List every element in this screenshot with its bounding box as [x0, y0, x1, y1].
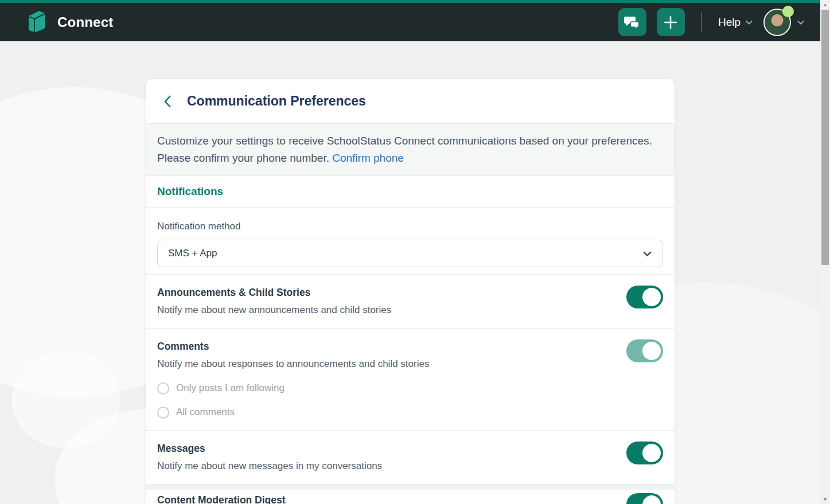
intro-copy: Customize your settings to receive Schoo… [157, 135, 652, 164]
navbar: Connect Help [0, 3, 830, 41]
toggle-knob [642, 444, 661, 462]
pref-row-announcements: Announcements & Child Stories Notify me … [146, 274, 675, 328]
pref-title: Messages [157, 442, 615, 455]
chevron-down-icon [642, 249, 652, 259]
conversations-button[interactable] [618, 8, 646, 36]
pref-row-content-moderation: Content Moderation Digest [146, 490, 675, 504]
scrollbar-down-arrow[interactable]: ▼ [820, 495, 830, 504]
notification-method-select[interactable]: SMS + App [157, 240, 663, 267]
radio-icon [157, 382, 169, 394]
radio-all-comments[interactable]: All comments [157, 405, 615, 419]
pref-title: Announcements & Child Stories [157, 286, 615, 299]
notification-method-label: Notification method [157, 221, 663, 232]
scrollbar-thumb[interactable] [821, 10, 829, 265]
communication-preferences-card: Communication Preferences Customize your… [146, 79, 675, 504]
plus-icon [663, 15, 678, 30]
announcements-toggle[interactable] [626, 286, 663, 308]
account-menu[interactable] [763, 9, 805, 36]
section-title: Notifications [157, 185, 663, 198]
pref-title: Comments [157, 339, 615, 353]
back-button[interactable] [162, 94, 174, 109]
pref-title: Content Moderation Digest [157, 493, 615, 504]
toggle-knob [642, 288, 661, 306]
radio-label: Only posts I am following [176, 381, 285, 395]
confirm-phone-link[interactable]: Confirm phone [332, 152, 404, 164]
pref-row-comments: Comments Notify me about responses to an… [146, 328, 675, 430]
toggle-knob [642, 342, 661, 360]
comments-toggle[interactable] [626, 339, 663, 362]
book-logo-icon [25, 9, 48, 36]
chevron-left-icon [162, 94, 174, 109]
intro-text: Customize your settings to receive Schoo… [146, 123, 675, 176]
radio-only-posts-following[interactable]: Only posts I am following [157, 381, 615, 395]
chevron-down-icon [797, 18, 805, 26]
radio-icon [157, 407, 169, 419]
toggle-knob [642, 495, 661, 504]
create-post-button[interactable] [657, 8, 685, 36]
chat-bubbles-icon [624, 15, 640, 30]
pref-row-messages: Messages Notify me about new messages in… [146, 430, 675, 484]
avatar [763, 9, 791, 36]
messages-toggle[interactable] [626, 442, 663, 464]
pref-subtitle: Notify me about responses to announcemen… [157, 357, 615, 371]
content-moderation-toggle[interactable] [626, 493, 663, 504]
selected-method-value: SMS + App [168, 248, 217, 259]
online-status-badge [782, 6, 794, 17]
brand-name: Connect [57, 14, 113, 30]
notification-method-block: Notification method SMS + App [146, 208, 675, 274]
pref-subtitle: Notify me about new announcements and ch… [157, 303, 615, 317]
notifications-section-header: Notifications [146, 176, 675, 208]
row-separator [146, 484, 675, 490]
card-header: Communication Preferences [146, 79, 675, 123]
help-menu[interactable]: Help [718, 16, 753, 29]
page-title: Communication Preferences [187, 93, 366, 109]
navbar-divider [701, 12, 702, 33]
vertical-scrollbar[interactable]: ▲ ▼ [820, 0, 830, 504]
brand[interactable]: Connect [25, 9, 113, 36]
help-label: Help [718, 16, 741, 29]
scrollbar-up-arrow[interactable]: ▲ [820, 0, 830, 9]
radio-label: All comments [176, 405, 235, 419]
chevron-down-icon [745, 18, 753, 26]
pref-subtitle: Notify me about new messages in my conve… [157, 459, 615, 473]
